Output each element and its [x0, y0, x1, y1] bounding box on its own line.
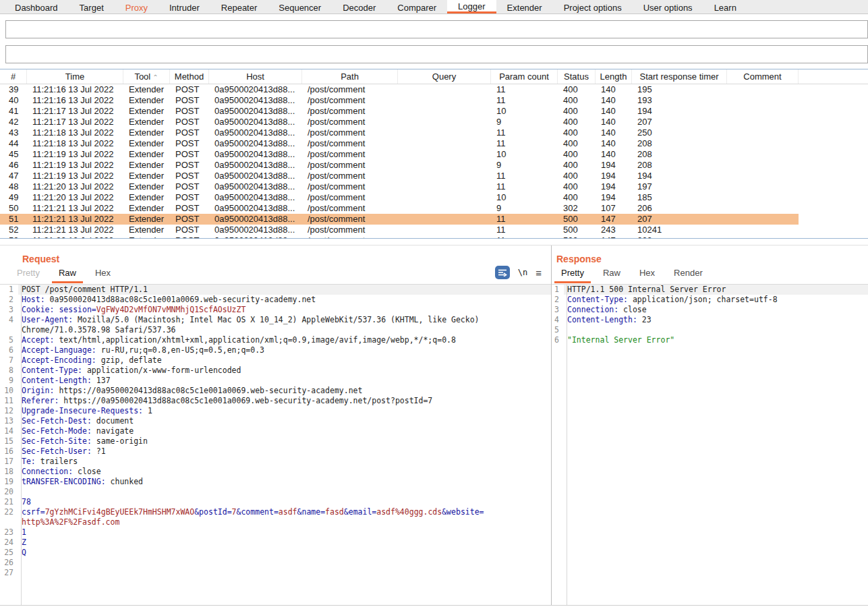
table-row[interactable]: 4811:21:20 13 Jul 2022ExtenderPOST0a9500…	[0, 181, 799, 192]
cell-timer: 222	[632, 235, 727, 239]
request-title: Request	[22, 254, 551, 264]
gutter-divider	[567, 285, 567, 605]
cell-host: 0a9500020413d88...	[209, 225, 302, 235]
column-header-num[interactable]: #	[0, 69, 27, 84]
cell-num: 40	[0, 95, 27, 106]
main-tab-repeater[interactable]: Repeater	[210, 0, 268, 13]
column-header-method[interactable]: Method	[170, 69, 209, 84]
cell-status: 400	[558, 106, 596, 117]
column-header-timer[interactable]: Start response timer	[632, 69, 727, 84]
view-filter-bar[interactable]: View filter: Showing all items	[5, 45, 868, 63]
cell-host: 0a9500020413d88...	[209, 203, 302, 214]
cell-path: /post/comment	[302, 127, 398, 138]
table-row[interactable]: 5311:21:22 13 Jul 2022ExtenderPOST0a9500…	[0, 235, 799, 239]
code-line: 14Sec-Fetch-Mode: navigate	[0, 426, 551, 436]
main-tab-project-options[interactable]: Project options	[553, 0, 633, 13]
line-number: 25	[0, 548, 18, 558]
main-tab-decoder[interactable]: Decoder	[332, 0, 386, 13]
table-row[interactable]: 4011:21:16 13 Jul 2022ExtenderPOST0a9500…	[0, 95, 799, 106]
cell-host: 0a9500020413d88...	[209, 95, 302, 106]
main-tab-sequencer[interactable]: Sequencer	[268, 0, 332, 13]
cell-length: 107	[596, 203, 632, 214]
cell-tool: Extender	[123, 203, 170, 214]
table-row[interactable]: 3911:21:16 13 Jul 2022ExtenderPOST0a9500…	[0, 84, 799, 95]
column-header-tool[interactable]: Tool⌃	[123, 69, 170, 84]
line-number: 5	[552, 325, 564, 335]
cell-params: 11	[491, 127, 558, 138]
table-row[interactable]: 4711:21:19 13 Jul 2022ExtenderPOST0a9500…	[0, 171, 799, 181]
response-tab-raw[interactable]: Raw	[596, 265, 627, 283]
code-text: Upgrade-Insecure-Requests: 1	[18, 406, 551, 416]
column-header-host[interactable]: Host	[209, 69, 302, 84]
cell-status: 400	[558, 138, 596, 149]
column-header-status[interactable]: Status	[558, 69, 596, 84]
cell-comment	[727, 160, 799, 171]
main-tab-dashboard[interactable]: Dashboard	[4, 0, 69, 13]
table-row[interactable]: 4611:21:19 13 Jul 2022ExtenderPOST0a9500…	[0, 160, 799, 171]
table-row[interactable]: 4111:21:17 13 Jul 2022ExtenderPOST0a9500…	[0, 106, 799, 117]
cell-status: 400	[558, 117, 596, 127]
main-tab-target[interactable]: Target	[69, 0, 115, 13]
line-number: 22	[0, 507, 18, 517]
cell-time: 11:21:19 13 Jul 2022	[27, 160, 123, 171]
code-line: 2Content-Type: application/json; charset…	[552, 295, 868, 305]
request-tab-pretty[interactable]: Pretty	[10, 265, 47, 283]
main-tab-intruder[interactable]: Intruder	[158, 0, 210, 13]
main-tab-extender[interactable]: Extender	[496, 0, 553, 13]
cell-method: POST	[170, 84, 209, 95]
line-number: 13	[0, 416, 18, 426]
line-number: 23	[0, 527, 18, 538]
column-header-length[interactable]: Length	[596, 69, 632, 84]
cell-time: 11:21:21 13 Jul 2022	[27, 214, 123, 225]
cell-host: 0a9500020413d88...	[209, 106, 302, 117]
table-row[interactable]: 4911:21:20 13 Jul 2022ExtenderPOST0a9500…	[0, 192, 799, 203]
request-tab-hex[interactable]: Hex	[88, 265, 117, 283]
main-tab-user-options[interactable]: User options	[633, 0, 703, 13]
cell-num: 42	[0, 117, 27, 127]
code-line: http%3A%2F%2Fasdf.com	[0, 517, 551, 527]
cell-host: 0a9500020413d88...	[209, 192, 302, 203]
code-text: Sec-Fetch-User: ?1	[18, 446, 551, 457]
response-tab-render[interactable]: Render	[667, 265, 710, 283]
response-tab-pretty[interactable]: Pretty	[554, 265, 591, 283]
column-header-path[interactable]: Path	[302, 69, 398, 84]
nonprinting-chars-icon[interactable]	[495, 266, 510, 279]
cell-time: 11:21:17 13 Jul 2022	[27, 117, 123, 127]
response-editor[interactable]: 1HTTP/1.1 500 Internal Server Error2Cont…	[552, 284, 868, 605]
cell-comment	[727, 192, 799, 203]
cell-comment	[727, 225, 799, 235]
main-tab-proxy[interactable]: Proxy	[115, 0, 158, 13]
column-header-time[interactable]: Time	[27, 69, 123, 84]
table-row[interactable]: 4511:21:19 13 Jul 2022ExtenderPOST0a9500…	[0, 149, 799, 160]
code-text: Accept: text/html,application/xhtml+xml,…	[18, 335, 551, 345]
capture-filter-bar[interactable]: Capture filter: Logger memory limit set …	[5, 20, 868, 38]
code-line: 5Accept: text/html,application/xhtml+xml…	[0, 335, 551, 345]
table-row[interactable]: 4311:21:18 13 Jul 2022ExtenderPOST0a9500…	[0, 127, 799, 138]
table-row[interactable]: 5111:21:21 13 Jul 2022ExtenderPOST0a9500…	[0, 214, 799, 225]
table-row[interactable]: 4411:21:18 13 Jul 2022ExtenderPOST0a9500…	[0, 138, 799, 149]
main-tab-logger[interactable]: Logger	[447, 0, 496, 13]
line-number: 14	[0, 426, 18, 436]
request-tab-raw[interactable]: Raw	[52, 265, 83, 283]
line-number: 15	[0, 436, 18, 446]
cell-host: 0a9500020413d88...	[209, 181, 302, 192]
response-tab-hex[interactable]: Hex	[633, 265, 662, 283]
cell-num: 39	[0, 84, 27, 95]
column-header-query[interactable]: Query	[398, 69, 491, 84]
cell-status: 400	[558, 192, 596, 203]
table-row[interactable]: 4211:21:17 13 Jul 2022ExtenderPOST0a9500…	[0, 117, 799, 127]
main-tab-comparer[interactable]: Comparer	[386, 0, 447, 13]
table-row[interactable]: 5211:21:21 13 Jul 2022ExtenderPOST0a9500…	[0, 225, 799, 235]
column-header-comment[interactable]: Comment	[727, 69, 799, 84]
code-line: 15Sec-Fetch-Site: same-origin	[0, 436, 551, 446]
cell-params: 10	[491, 106, 558, 117]
newline-toggle-icon[interactable]: \n	[518, 268, 527, 277]
editor-menu-icon[interactable]: ≡	[536, 267, 542, 279]
table-row[interactable]: 5011:21:21 13 Jul 2022ExtenderPOST0a9500…	[0, 203, 799, 214]
cell-status: 400	[558, 160, 596, 171]
cell-method: POST	[170, 95, 209, 106]
column-header-params[interactable]: Param count	[491, 69, 558, 84]
main-tab-learn[interactable]: Learn	[703, 0, 747, 13]
request-editor[interactable]: 1POST /post/comment HTTP/1.12Host: 0a950…	[0, 284, 551, 605]
cell-tool: Extender	[123, 192, 170, 203]
